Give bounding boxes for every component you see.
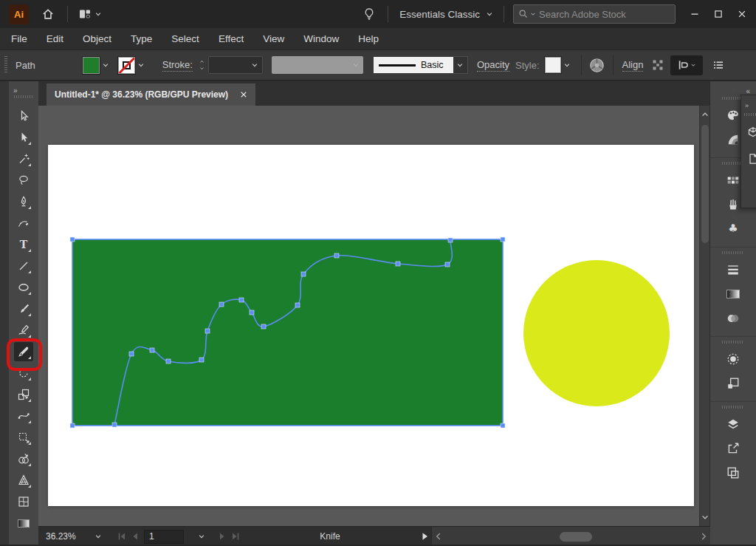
yellow-circle-shape[interactable] xyxy=(523,260,670,406)
control-bar-grip[interactable] xyxy=(4,56,7,74)
style-swatch[interactable] xyxy=(545,57,561,73)
scroll-right-icon[interactable] xyxy=(697,531,710,542)
arrange-documents-button[interactable] xyxy=(79,8,102,20)
panel-appearance-button[interactable] xyxy=(710,347,756,371)
shape-builder-tool[interactable] xyxy=(14,449,33,468)
artboard-number-input[interactable]: 1 xyxy=(144,530,184,544)
panel-symbols-button[interactable]: ♣ xyxy=(710,216,756,241)
green-rectangle-shape[interactable] xyxy=(72,239,503,426)
menu-window[interactable]: Window xyxy=(294,28,348,50)
expand-strip-icon[interactable]: » xyxy=(745,102,748,109)
chevron-down-icon[interactable] xyxy=(137,61,145,69)
selection-tool[interactable] xyxy=(14,106,33,126)
anchor-point[interactable] xyxy=(112,423,117,427)
menu-select[interactable]: Select xyxy=(162,28,209,50)
menu-file[interactable]: File xyxy=(1,28,37,50)
direct-selection-tool[interactable] xyxy=(14,128,33,147)
panel-transparency-button[interactable] xyxy=(710,306,756,330)
panel-layers-button[interactable] xyxy=(710,412,756,436)
last-artboard-icon[interactable] xyxy=(229,530,242,542)
document-tab[interactable]: Untitled-1* @ 36.23% (RGB/GPU Preview) xyxy=(47,83,255,106)
chevron-down-icon[interactable] xyxy=(102,61,109,69)
maximize-button[interactable] xyxy=(707,4,730,24)
anchor-point[interactable] xyxy=(396,262,400,266)
discover-lightbulb-icon[interactable] xyxy=(362,7,376,21)
anchor-point[interactable] xyxy=(150,348,154,352)
width-tool[interactable] xyxy=(14,406,33,426)
menu-edit[interactable]: Edit xyxy=(37,28,73,50)
anchor-point[interactable] xyxy=(261,324,266,329)
panel-asset-export-button[interactable] xyxy=(710,436,756,460)
menu-type[interactable]: Type xyxy=(121,28,162,50)
anchor-point[interactable] xyxy=(301,272,306,276)
previous-artboard-icon[interactable] xyxy=(128,530,142,542)
dock-group-grip[interactable] xyxy=(722,251,744,254)
tools-panel-grip[interactable] xyxy=(14,95,33,98)
scroll-left-icon[interactable] xyxy=(432,531,445,542)
stroke-color-swatch[interactable] xyxy=(118,57,135,74)
mesh-tool[interactable] xyxy=(14,492,33,511)
opacity-label[interactable]: Opacity xyxy=(477,59,509,72)
home-icon[interactable] xyxy=(41,7,55,21)
first-artboard-icon[interactable] xyxy=(115,530,128,542)
line-segment-tool[interactable] xyxy=(14,256,33,276)
anchor-point[interactable] xyxy=(219,302,224,307)
anchor-point[interactable] xyxy=(205,329,210,333)
panel-artboards-button[interactable] xyxy=(710,460,756,485)
panel-document-setup-button[interactable] xyxy=(741,146,756,172)
magic-wand-tool[interactable] xyxy=(14,149,33,168)
chevron-down-icon[interactable] xyxy=(563,61,571,69)
shaper-tool[interactable] xyxy=(14,321,33,340)
scale-tool[interactable] xyxy=(14,385,33,404)
align-to-selection-button[interactable] xyxy=(670,55,703,75)
recolor-artwork-icon[interactable] xyxy=(589,58,605,73)
anchor-point[interactable] xyxy=(448,238,453,242)
search-input[interactable] xyxy=(537,8,670,21)
stroke-weight-label[interactable]: Stroke: xyxy=(162,59,193,72)
stroke-weight-stepper[interactable] xyxy=(199,59,205,71)
brush-dropdown-button[interactable] xyxy=(453,56,468,74)
vertical-scroll-thumb[interactable] xyxy=(701,125,709,243)
close-tab-icon[interactable] xyxy=(240,91,247,98)
zoom-level-control[interactable]: 36.23% xyxy=(38,531,109,542)
next-artboard-icon[interactable] xyxy=(216,530,229,542)
align-objects-icon[interactable] xyxy=(652,59,664,71)
close-button[interactable] xyxy=(730,4,754,24)
menu-effect[interactable]: Effect xyxy=(209,28,253,50)
anchor-point[interactable] xyxy=(334,253,339,258)
dock-group-grip[interactable] xyxy=(722,341,744,344)
anchor-point[interactable] xyxy=(250,310,254,315)
anchor-point[interactable] xyxy=(70,237,75,242)
type-tool[interactable]: T xyxy=(14,235,33,254)
workspace-switcher[interactable]: Essentials Classic xyxy=(399,9,493,20)
menu-help[interactable]: Help xyxy=(348,28,388,50)
horizontal-scrollbar[interactable] xyxy=(431,527,710,546)
strip-grip[interactable] xyxy=(744,113,756,116)
brush-definition-dropdown[interactable]: Basic xyxy=(374,57,453,73)
panel-stroke-button[interactable] xyxy=(710,257,756,281)
status-options-icon[interactable] xyxy=(418,530,431,542)
expand-tools-icon[interactable]: » xyxy=(13,86,17,95)
chevron-down-icon[interactable] xyxy=(198,533,205,540)
chevron-down-icon[interactable] xyxy=(199,66,205,71)
anchor-point[interactable] xyxy=(295,303,300,307)
ellipse-tool[interactable] xyxy=(14,278,33,297)
curvature-tool[interactable] xyxy=(14,214,33,233)
adobe-stock-search[interactable] xyxy=(513,4,676,24)
anchor-point[interactable] xyxy=(129,352,134,356)
menu-object[interactable]: Object xyxy=(73,28,121,50)
anchor-point[interactable] xyxy=(445,262,450,267)
menu-view[interactable]: View xyxy=(253,28,294,50)
panel-graphic-styles-button[interactable] xyxy=(710,371,756,395)
free-transform-tool[interactable] xyxy=(14,428,33,447)
fill-color-swatch[interactable] xyxy=(83,57,100,74)
panel-3d-materials-button[interactable] xyxy=(741,119,756,146)
gradient-tool[interactable] xyxy=(14,513,33,533)
anchor-point[interactable] xyxy=(166,359,171,364)
scroll-up-icon[interactable] xyxy=(701,110,709,119)
anchor-point[interactable] xyxy=(199,358,204,362)
vertical-scrollbar[interactable] xyxy=(699,106,710,526)
control-panel-menu-icon[interactable] xyxy=(712,59,724,71)
align-label[interactable]: Align xyxy=(622,59,644,72)
chevron-up-icon[interactable] xyxy=(199,59,205,64)
